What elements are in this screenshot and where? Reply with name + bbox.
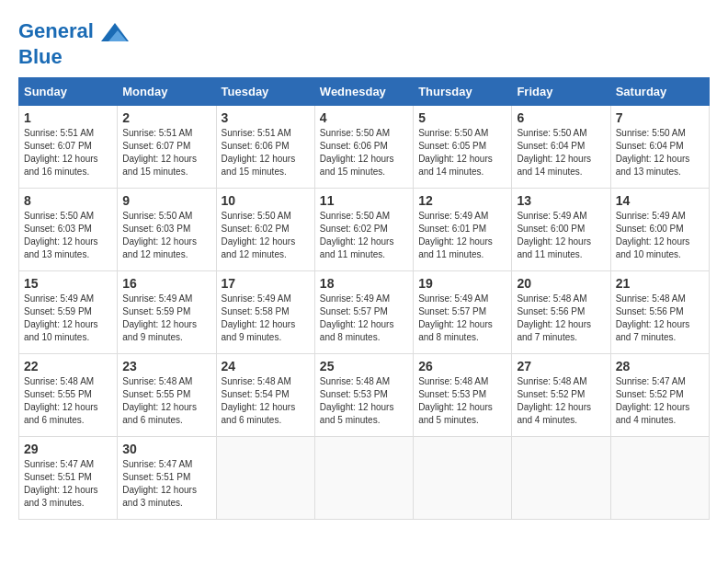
day-number: 22 (24, 359, 112, 373)
day-number: 17 (222, 276, 310, 291)
day-cell-7: 7Sunrise: 5:50 AMSunset: 6:04 PMDaylight… (610, 106, 709, 189)
day-cell-21: 21Sunrise: 5:48 AMSunset: 5:56 PMDayligh… (610, 271, 709, 354)
day-cell-17: 17Sunrise: 5:49 AMSunset: 5:58 PMDayligh… (216, 271, 314, 354)
header-wednesday: Wednesday (314, 78, 413, 106)
day-number: 9 (122, 193, 210, 208)
day-info: Sunrise: 5:50 AMSunset: 6:04 PMDaylight:… (517, 127, 605, 178)
day-info: Sunrise: 5:49 AMSunset: 5:57 PMDaylight:… (320, 293, 408, 344)
day-number: 5 (418, 110, 506, 125)
week-row-3: 15Sunrise: 5:49 AMSunset: 5:59 PMDayligh… (19, 271, 710, 354)
day-info: Sunrise: 5:51 AMSunset: 6:07 PMDaylight:… (122, 127, 210, 178)
day-cell-9: 9Sunrise: 5:50 AMSunset: 6:03 PMDaylight… (118, 189, 216, 271)
day-info: Sunrise: 5:50 AMSunset: 6:05 PMDaylight:… (418, 127, 506, 178)
day-cell-13: 13Sunrise: 5:49 AMSunset: 6:00 PMDayligh… (512, 189, 610, 271)
logo-text-blue: Blue (18, 46, 129, 68)
day-number: 20 (517, 276, 605, 291)
week-row-4: 22Sunrise: 5:48 AMSunset: 5:55 PMDayligh… (19, 354, 710, 437)
day-number: 16 (122, 276, 210, 291)
logo: General Blue (18, 18, 129, 68)
day-info: Sunrise: 5:49 AMSunset: 5:58 PMDaylight:… (222, 293, 310, 344)
empty-cell (414, 437, 512, 520)
day-info: Sunrise: 5:51 AMSunset: 6:07 PMDaylight:… (24, 127, 112, 178)
day-info: Sunrise: 5:50 AMSunset: 6:02 PMDaylight:… (222, 210, 310, 261)
day-number: 28 (616, 359, 704, 373)
day-cell-25: 25Sunrise: 5:48 AMSunset: 5:53 PMDayligh… (314, 354, 413, 437)
header-tuesday: Tuesday (216, 78, 314, 106)
header-sunday: Sunday (19, 78, 118, 106)
empty-cell (610, 437, 709, 520)
empty-cell (314, 437, 413, 520)
day-info: Sunrise: 5:47 AMSunset: 5:51 PMDaylight:… (24, 458, 112, 510)
day-cell-30: 30Sunrise: 5:47 AMSunset: 5:51 PMDayligh… (118, 437, 216, 520)
day-number: 29 (24, 442, 112, 456)
day-cell-3: 3Sunrise: 5:51 AMSunset: 6:06 PMDaylight… (216, 106, 314, 189)
day-number: 18 (320, 276, 408, 291)
header-friday: Friday (512, 78, 610, 106)
day-info: Sunrise: 5:48 AMSunset: 5:56 PMDaylight:… (517, 293, 605, 344)
day-info: Sunrise: 5:48 AMSunset: 5:56 PMDaylight:… (616, 293, 704, 344)
day-cell-26: 26Sunrise: 5:48 AMSunset: 5:53 PMDayligh… (414, 354, 512, 437)
day-number: 19 (418, 276, 506, 291)
day-cell-8: 8Sunrise: 5:50 AMSunset: 6:03 PMDaylight… (19, 189, 118, 271)
day-info: Sunrise: 5:49 AMSunset: 6:00 PMDaylight:… (517, 210, 605, 261)
day-cell-1: 1Sunrise: 5:51 AMSunset: 6:07 PMDaylight… (19, 106, 118, 189)
day-cell-24: 24Sunrise: 5:48 AMSunset: 5:54 PMDayligh… (216, 354, 314, 437)
header-monday: Monday (118, 78, 216, 106)
day-cell-20: 20Sunrise: 5:48 AMSunset: 5:56 PMDayligh… (512, 271, 610, 354)
day-number: 1 (24, 110, 112, 125)
day-info: Sunrise: 5:50 AMSunset: 6:06 PMDaylight:… (320, 127, 408, 178)
day-info: Sunrise: 5:49 AMSunset: 5:59 PMDaylight:… (122, 293, 210, 344)
day-info: Sunrise: 5:47 AMSunset: 5:52 PMDaylight:… (616, 375, 704, 427)
day-cell-29: 29Sunrise: 5:47 AMSunset: 5:51 PMDayligh… (19, 437, 118, 520)
day-number: 25 (320, 359, 408, 373)
day-cell-27: 27Sunrise: 5:48 AMSunset: 5:52 PMDayligh… (512, 354, 610, 437)
calendar-header-row: SundayMondayTuesdayWednesdayThursdayFrid… (19, 78, 710, 106)
day-cell-19: 19Sunrise: 5:49 AMSunset: 5:57 PMDayligh… (414, 271, 512, 354)
day-number: 13 (517, 193, 605, 208)
day-cell-23: 23Sunrise: 5:48 AMSunset: 5:55 PMDayligh… (118, 354, 216, 437)
week-row-5: 29Sunrise: 5:47 AMSunset: 5:51 PMDayligh… (19, 437, 710, 520)
day-number: 21 (616, 276, 704, 291)
day-info: Sunrise: 5:50 AMSunset: 6:03 PMDaylight:… (24, 210, 112, 261)
day-cell-2: 2Sunrise: 5:51 AMSunset: 6:07 PMDaylight… (118, 106, 216, 189)
day-number: 11 (320, 193, 408, 208)
day-cell-28: 28Sunrise: 5:47 AMSunset: 5:52 PMDayligh… (610, 354, 709, 437)
day-cell-11: 11Sunrise: 5:50 AMSunset: 6:02 PMDayligh… (314, 189, 413, 271)
day-info: Sunrise: 5:48 AMSunset: 5:55 PMDaylight:… (24, 375, 112, 427)
header-saturday: Saturday (610, 78, 709, 106)
day-info: Sunrise: 5:51 AMSunset: 6:06 PMDaylight:… (222, 127, 310, 178)
day-number: 24 (222, 359, 310, 373)
day-info: Sunrise: 5:50 AMSunset: 6:03 PMDaylight:… (122, 210, 210, 261)
calendar-table: SundayMondayTuesdayWednesdayThursdayFrid… (18, 77, 710, 520)
empty-cell (512, 437, 610, 520)
day-number: 7 (616, 110, 704, 125)
day-info: Sunrise: 5:50 AMSunset: 6:02 PMDaylight:… (320, 210, 408, 261)
day-number: 6 (517, 110, 605, 125)
day-cell-10: 10Sunrise: 5:50 AMSunset: 6:02 PMDayligh… (216, 189, 314, 271)
day-number: 8 (24, 193, 112, 208)
day-info: Sunrise: 5:48 AMSunset: 5:54 PMDaylight:… (222, 375, 310, 427)
header-thursday: Thursday (414, 78, 512, 106)
day-cell-15: 15Sunrise: 5:49 AMSunset: 5:59 PMDayligh… (19, 271, 118, 354)
day-number: 27 (517, 359, 605, 373)
day-cell-14: 14Sunrise: 5:49 AMSunset: 6:00 PMDayligh… (610, 189, 709, 271)
day-cell-18: 18Sunrise: 5:49 AMSunset: 5:57 PMDayligh… (314, 271, 413, 354)
day-number: 23 (122, 359, 210, 373)
day-cell-6: 6Sunrise: 5:50 AMSunset: 6:04 PMDaylight… (512, 106, 610, 189)
day-number: 2 (122, 110, 210, 125)
day-cell-4: 4Sunrise: 5:50 AMSunset: 6:06 PMDaylight… (314, 106, 413, 189)
day-number: 12 (418, 193, 506, 208)
day-number: 15 (24, 276, 112, 291)
empty-cell (216, 437, 314, 520)
day-info: Sunrise: 5:50 AMSunset: 6:04 PMDaylight:… (616, 127, 704, 178)
day-number: 30 (122, 442, 210, 456)
day-number: 4 (320, 110, 408, 125)
day-info: Sunrise: 5:49 AMSunset: 6:00 PMDaylight:… (616, 210, 704, 261)
day-number: 10 (222, 193, 310, 208)
day-cell-12: 12Sunrise: 5:49 AMSunset: 6:01 PMDayligh… (414, 189, 512, 271)
logo-icon (101, 18, 129, 46)
day-number: 26 (418, 359, 506, 373)
day-cell-22: 22Sunrise: 5:48 AMSunset: 5:55 PMDayligh… (19, 354, 118, 437)
page-header: General Blue (18, 18, 710, 68)
day-info: Sunrise: 5:48 AMSunset: 5:52 PMDaylight:… (517, 375, 605, 427)
